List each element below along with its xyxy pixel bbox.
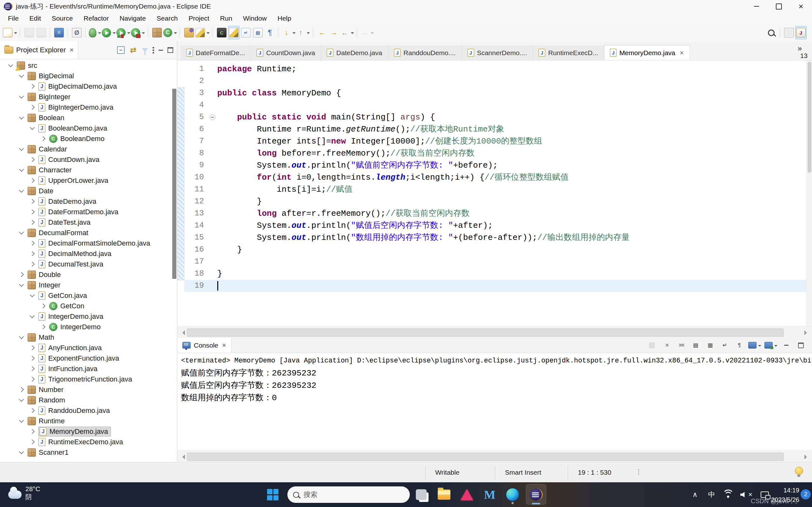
editor-tab-memorydemo-java[interactable]: JMemoryDemo.java× <box>604 45 690 60</box>
tree-item-datedemo-java[interactable]: JDateDemo.java <box>0 196 177 207</box>
save-all-button[interactable] <box>36 26 47 39</box>
menu-edit[interactable]: Edit <box>24 13 46 24</box>
menu-run[interactable]: Run <box>215 13 238 24</box>
taskbar-search-input[interactable]: 搜索 <box>287 487 410 503</box>
tree-item-scanner1[interactable]: Scanner1 <box>0 447 177 458</box>
tree-item-boolean[interactable]: Boolean <box>0 112 177 123</box>
chevron-down-icon[interactable] <box>19 72 24 78</box>
wifi-icon[interactable] <box>724 488 732 501</box>
project-explorer-tab[interactable]: Project Explorer × <box>0 41 78 59</box>
chevron-right-icon[interactable] <box>30 210 35 215</box>
show-structure-page-button[interactable]: ▤ <box>252 26 264 39</box>
tree-item-decimalformatsimoledemo-java[interactable]: JDecimalFormatSimoleDemo.java <box>0 238 177 248</box>
menu-file[interactable]: File <box>3 13 24 24</box>
code-line-14[interactable]: 14 System.out.println("赋值后空闲内存字节数: "+aft… <box>184 220 807 232</box>
editor-horizontal-scrollbar-thumb[interactable] <box>187 328 784 337</box>
chevron-down-icon[interactable] <box>19 94 24 99</box>
code-editor[interactable]: 1package Runtime;23public class MemoryDe… <box>177 60 812 326</box>
tree-item-bigdecimal[interactable]: BigDecimal <box>0 71 177 81</box>
console-close-icon[interactable]: × <box>222 341 226 349</box>
code-line-17[interactable]: 17 <box>184 256 807 268</box>
chevron-down-icon[interactable] <box>19 146 24 151</box>
chevron-right-icon[interactable] <box>30 366 35 372</box>
console-output[interactable]: 赋值前空闲内存字节数：262395232赋值后空闲内存字节数：262395232… <box>177 365 812 406</box>
tree-item-datetest-java[interactable]: JDateTest.java <box>0 217 177 228</box>
new-wizard-dropdown-icon[interactable] <box>14 32 17 36</box>
tree-item-decumalformat[interactable]: DecumalFormat <box>0 228 177 238</box>
tree-item-double[interactable]: Double <box>0 269 177 280</box>
notification-badge[interactable]: 2 <box>801 489 811 499</box>
weather-widget[interactable]: 28°C 阴 <box>8 485 40 501</box>
search-pen-button[interactable] <box>195 26 210 39</box>
display-selected-console-dropdown-icon[interactable] <box>758 345 761 348</box>
project-explorer-close-icon[interactable]: × <box>70 46 74 54</box>
chevron-down-icon[interactable] <box>19 187 24 193</box>
chevron-down-icon[interactable] <box>30 125 35 130</box>
ime-chinese-icon[interactable]: 中 <box>707 488 716 501</box>
tree-item-upperorlower-java[interactable]: JUpperOrLower.java <box>0 175 177 186</box>
code-line-3[interactable]: 3public class MemoryDemo { <box>184 87 807 99</box>
chevron-down-icon[interactable] <box>19 229 24 234</box>
tree-item-getcon[interactable]: CGetCon <box>0 301 177 311</box>
prev-annotation-dropdown-icon[interactable] <box>307 32 310 36</box>
forward-button[interactable]: → <box>360 26 374 39</box>
chevron-right-icon[interactable] <box>30 408 35 413</box>
taskbar-app-edge[interactable] <box>501 482 524 507</box>
chevron-down-icon[interactable] <box>19 114 24 119</box>
chevron-right-icon[interactable] <box>19 387 24 392</box>
next-annotation-dropdown-icon[interactable] <box>293 32 296 36</box>
remove-all-launches-button[interactable]: ×× <box>675 339 687 352</box>
open-task-button[interactable] <box>183 26 195 39</box>
taskbar-app-paint-app[interactable] <box>455 482 478 507</box>
tree-item-random[interactable]: Random <box>0 395 177 405</box>
chevron-right-icon[interactable] <box>41 303 46 308</box>
chevron-right-icon[interactable] <box>30 429 35 434</box>
taskbar-app-file-explorer[interactable] <box>433 482 455 507</box>
chevron-down-icon[interactable] <box>30 292 35 297</box>
mark-occurrences-button[interactable] <box>228 26 240 39</box>
next-annotation-button[interactable]: ↓ <box>282 26 296 39</box>
chevron-right-icon[interactable] <box>30 251 35 257</box>
code-line-2[interactable]: 2 <box>184 75 807 87</box>
chevron-right-icon[interactable] <box>30 377 35 382</box>
scroll-right-icon[interactable] <box>804 454 809 459</box>
debug-dropdown-icon[interactable] <box>98 32 101 36</box>
java-perspective-button[interactable]: J <box>795 26 807 39</box>
chevron-right-icon[interactable] <box>30 199 35 204</box>
chevron-right-icon[interactable] <box>30 440 35 445</box>
code-line-6[interactable]: 6 Runtime r=Runtime.getRuntime();//获取本地R… <box>184 123 807 135</box>
code-line-4[interactable]: 4 <box>184 99 807 111</box>
pin-console-button[interactable]: ¶ <box>734 339 745 352</box>
skip-all-breakpoints-button[interactable]: Ø <box>71 26 83 39</box>
remove-launch-button[interactable]: × <box>661 339 672 352</box>
new-wizard-button[interactable] <box>3 26 17 39</box>
console-tab[interactable]: Console × <box>177 338 232 353</box>
tree-item-exponentfunction-java[interactable]: JExponentFunction.java <box>0 353 177 363</box>
open-console-dropdown-dropdown-icon[interactable] <box>774 345 777 348</box>
code-line-13[interactable]: 13 long after=r.freeMemory();//获取当前空闲内存数 <box>184 208 807 220</box>
editor-tab-datedemo-java[interactable]: JDateDemo.java <box>321 45 388 60</box>
forward-dropdown-icon[interactable] <box>371 32 374 36</box>
menu-refactor[interactable]: Refactor <box>78 13 114 24</box>
search-magnifier-button[interactable] <box>765 26 777 39</box>
tab-close-icon[interactable]: × <box>680 49 684 57</box>
chevron-right-icon[interactable] <box>19 272 24 277</box>
tree-item-biginteger[interactable]: BigInteger <box>0 92 177 102</box>
editor-tab-runtimeexecd-[interactable]: JRuntimeExecD... <box>533 45 604 60</box>
editor-tab-scannerdemo-[interactable]: JScannerDemo.... <box>462 45 533 60</box>
view-menu-button[interactable] <box>153 47 154 49</box>
chevron-down-icon[interactable] <box>8 62 13 67</box>
chevron-right-icon[interactable] <box>30 84 35 89</box>
tree-item-countdown-java[interactable]: JCountDown.java <box>0 154 177 165</box>
taskbar-app-mail[interactable]: M <box>478 482 501 507</box>
terminate-button[interactable] <box>646 339 658 352</box>
menu-project[interactable]: Project <box>183 13 214 24</box>
collapse-fold-icon[interactable] <box>210 114 215 120</box>
run-button[interactable] <box>102 26 116 39</box>
maximize-view-button[interactable] <box>795 339 807 352</box>
editor-vertical-scrollbar-thumb[interactable] <box>808 62 811 173</box>
editor-horizontal-scrollbar[interactable] <box>177 326 812 338</box>
scroll-left-icon[interactable] <box>180 454 185 459</box>
tree-item-number[interactable]: Number <box>0 384 177 395</box>
tree-item-runtime[interactable]: Runtime <box>0 416 177 426</box>
